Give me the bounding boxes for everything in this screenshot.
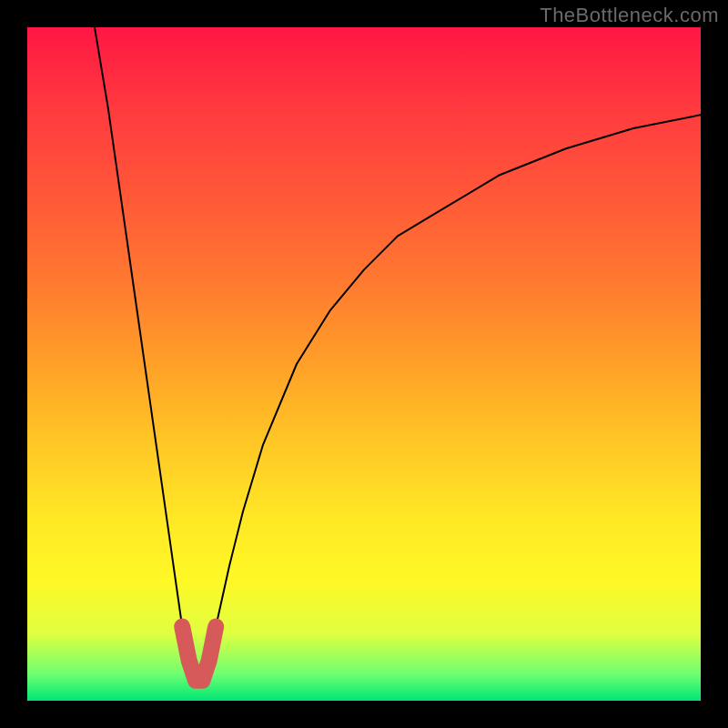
watermark-text: TheBottleneck.com — [540, 4, 719, 27]
plot-area — [27, 27, 701, 701]
bottleneck-highlight — [182, 627, 216, 681]
curve-svg — [27, 27, 701, 701]
chart-frame: TheBottleneck.com — [0, 0, 728, 728]
bottleneck-curve — [95, 27, 701, 681]
